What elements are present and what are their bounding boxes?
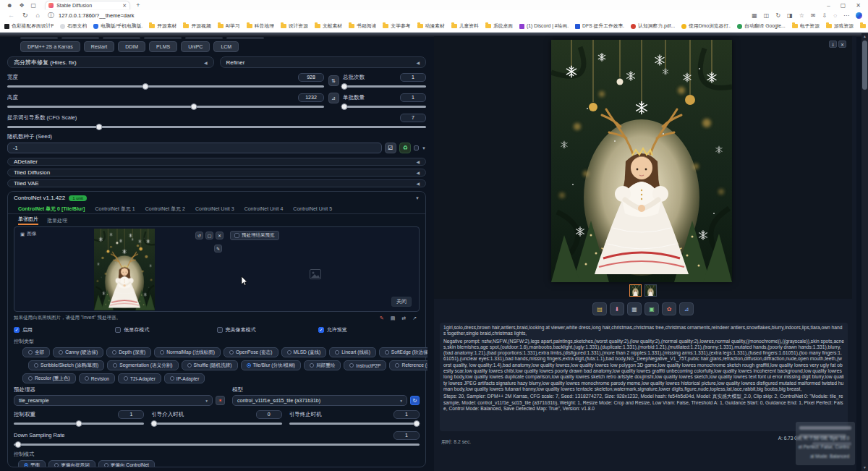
save-image-button[interactable]: ⬇ bbox=[610, 302, 624, 315]
batch-size-slider[interactable] bbox=[343, 106, 426, 108]
downsampling-value[interactable]: 1 bbox=[393, 431, 420, 440]
radio-icon[interactable] bbox=[385, 350, 389, 355]
guidance-end-slider[interactable] bbox=[289, 423, 420, 425]
tab-close-icon[interactable]: ✕ bbox=[122, 3, 127, 9]
bookmark-item[interactable]: 使用Dmo浏览器打... bbox=[681, 22, 731, 30]
home-icon[interactable]: ⌂ bbox=[36, 12, 40, 19]
browser-tab[interactable]: Stable Diffusion ✕ bbox=[45, 1, 130, 9]
sampler-button[interactable]: UniPC bbox=[181, 41, 210, 52]
seed-input[interactable]: -1 bbox=[7, 143, 382, 153]
radio-icon[interactable] bbox=[247, 363, 251, 368]
model-dropdown[interactable]: control_v11f1e_sd15_tile (a371b31b) ▾ bbox=[232, 395, 407, 406]
download-image-icon[interactable]: ⇩ bbox=[829, 41, 837, 48]
generated-image[interactable] bbox=[551, 40, 732, 282]
refresh-models-button[interactable]: ↻ bbox=[410, 396, 420, 405]
profile-icon[interactable]: ☻ bbox=[7, 2, 12, 9]
tiled-diffusion-accordion[interactable]: Tiled Diffusion ◀ bbox=[7, 169, 426, 177]
control-type-option[interactable]: Lineart (线稿) bbox=[329, 347, 376, 357]
clear-image-icon[interactable]: ✕ bbox=[216, 232, 224, 239]
control-mode-option[interactable]: 更偏向 ControlNet bbox=[98, 460, 155, 467]
radio-icon[interactable] bbox=[349, 363, 354, 368]
close-gallery-icon[interactable]: ✕ bbox=[838, 41, 846, 48]
cfg-slider[interactable] bbox=[7, 126, 426, 128]
extension-icon[interactable]: ⇩ bbox=[822, 12, 827, 19]
control-type-option[interactable]: Canny (硬边缘) bbox=[53, 347, 103, 357]
sampler-button[interactable]: PLMS bbox=[149, 41, 177, 52]
fullscreen-icon[interactable]: ▢ bbox=[205, 232, 213, 239]
control-mode-option[interactable]: 平衡 bbox=[18, 460, 46, 467]
refresh-icon[interactable]: ↻ bbox=[22, 12, 28, 19]
bookmark-item[interactable]: AI学习 bbox=[218, 22, 240, 30]
bookmark-item[interactable]: 文献素材 bbox=[315, 22, 342, 30]
radio-icon[interactable] bbox=[34, 363, 38, 368]
radio-icon[interactable] bbox=[28, 350, 33, 355]
refiner-accordion[interactable]: Refiner ◀ bbox=[220, 56, 427, 68]
radio-icon[interactable] bbox=[104, 463, 109, 467]
scroll-up-icon[interactable]: ▲ bbox=[861, 34, 868, 38]
cfg-value[interactable]: 7 bbox=[400, 114, 426, 122]
close-preview-button[interactable]: 关闭 bbox=[391, 297, 412, 307]
controlnet-unit-tab[interactable]: ControlNet 单元 2 bbox=[145, 205, 185, 213]
bookmark-item[interactable]: 书籍阅读 bbox=[349, 22, 376, 30]
width-slider[interactable] bbox=[7, 85, 324, 88]
preprocessor-dropdown[interactable]: tile_resample ▾ bbox=[14, 395, 213, 406]
window-maximize-button[interactable]: ▢ bbox=[841, 2, 846, 9]
bookmark-item[interactable]: 动漫素材 bbox=[417, 22, 445, 30]
hires-fix-accordion[interactable]: 高分辨率修复 (Hires. fix) ◀ bbox=[7, 56, 214, 68]
radio-icon[interactable] bbox=[187, 363, 192, 368]
bookmark-item[interactable]: 石墨文档 bbox=[60, 22, 87, 30]
checkbox-icon[interactable] bbox=[318, 327, 324, 333]
control-type-option[interactable]: MLSD (直线) bbox=[281, 347, 327, 357]
workspaces-icon[interactable]: ❖ bbox=[19, 2, 24, 9]
radio-icon[interactable] bbox=[59, 350, 63, 355]
controlnet-unit-tab[interactable]: ControlNet Unit 5 bbox=[293, 206, 332, 211]
checkbox-icon[interactable] bbox=[115, 327, 121, 333]
controlnet-unit-tab[interactable]: ControlNet Unit 4 bbox=[244, 206, 284, 211]
control-type-option[interactable]: Tile/Blur (分块/模糊) bbox=[241, 360, 301, 370]
bookmark-item[interactable]: 开源视频 bbox=[183, 22, 210, 30]
reuse-seed-button[interactable]: ♻ bbox=[399, 143, 411, 153]
radio-icon[interactable] bbox=[124, 376, 128, 381]
sampler-button[interactable]: Restart bbox=[84, 41, 115, 52]
height-value[interactable]: 1232 bbox=[298, 93, 324, 102]
control-type-option[interactable]: OpenPose (姿态) bbox=[224, 347, 278, 357]
radio-icon[interactable] bbox=[85, 376, 89, 381]
option-checkbox[interactable]: 允许预览 bbox=[318, 326, 420, 334]
extension-icon[interactable]: ☆ bbox=[799, 12, 804, 19]
swap-dimensions-button[interactable]: ⇅ bbox=[328, 75, 339, 86]
aspect-ratio-button[interactable]: ⊿ bbox=[328, 93, 339, 103]
radio-icon[interactable] bbox=[24, 463, 28, 467]
option-checkbox[interactable]: 完美像素模式 bbox=[217, 326, 318, 334]
scroll-down-icon[interactable]: ▼ bbox=[861, 465, 868, 470]
option-checkbox[interactable]: 启用 bbox=[14, 326, 115, 334]
gallery-thumbnail-1[interactable] bbox=[629, 284, 642, 297]
send-to-extras-button[interactable]: ⊿ bbox=[679, 302, 694, 315]
radio-icon[interactable] bbox=[229, 350, 234, 355]
control-type-option[interactable]: Shuffle (随机洗牌) bbox=[182, 360, 238, 370]
bookmark-item[interactable]: 电子资源 bbox=[792, 22, 820, 30]
bookmark-item[interactable]: 认知洞察力.pdf... bbox=[631, 22, 675, 30]
batch-count-value[interactable]: 1 bbox=[400, 73, 426, 82]
extension-icon[interactable]: ✉ bbox=[811, 12, 816, 19]
site-info-icon[interactable]: ⓘ bbox=[48, 11, 54, 20]
bookmark-item[interactable]: 游戏资源 bbox=[826, 22, 854, 30]
extension-icon[interactable]: ↻ bbox=[775, 12, 780, 19]
bookmark-item[interactable]: 电脑版/手机电脑版... bbox=[93, 22, 142, 30]
radio-icon[interactable] bbox=[335, 350, 339, 355]
send-to-inpaint-button[interactable]: ✿ bbox=[662, 302, 676, 315]
tab-actions-icon[interactable]: ▢ bbox=[31, 2, 37, 9]
bookmark-item[interactable]: 科普地理 bbox=[247, 22, 274, 30]
extension-icon[interactable]: ▦ bbox=[752, 12, 757, 19]
control-weight-slider[interactable] bbox=[14, 423, 144, 425]
save-zip-button[interactable]: ▦ bbox=[627, 302, 642, 315]
copilot-icon[interactable] bbox=[856, 12, 862, 19]
bookmark-item[interactable]: 色彩搭配界面设计Pal... bbox=[4, 22, 54, 30]
input-mode-tab[interactable]: 批量处理 bbox=[47, 217, 67, 224]
radio-icon[interactable] bbox=[54, 463, 59, 467]
bookmark-item[interactable]: 系统桌面 bbox=[485, 22, 513, 30]
gallery-thumbnail-2[interactable] bbox=[644, 284, 657, 297]
control-type-option[interactable]: SoftEdge (软边缘) bbox=[379, 347, 427, 357]
undo-icon[interactable]: ↺ bbox=[195, 232, 203, 239]
downsampling-slider[interactable] bbox=[14, 444, 420, 446]
random-seed-button[interactable]: ⚂ bbox=[385, 143, 396, 153]
